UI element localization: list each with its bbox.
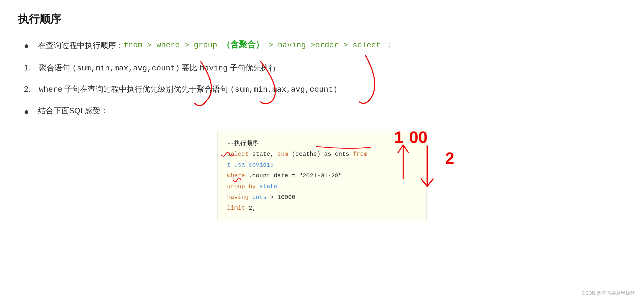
kw-having: having (278, 41, 306, 50)
sql-sum: sum (277, 151, 288, 158)
sql-where: where (227, 172, 245, 179)
sql-comment: --执行顺序 (227, 138, 417, 149)
having-kw: having (200, 64, 228, 73)
sql-line-1: select state, sum (deaths) as cnts from … (227, 149, 417, 170)
semicolon: ； (385, 41, 393, 50)
text-agg: 聚合语句 (39, 63, 70, 72)
bullet-item-1: ● 在查询过程中执行顺序： from > where > group （含聚合）… (24, 39, 626, 53)
sql-line-3: group by state (227, 181, 417, 192)
numbered-1-content: 聚合语句 (sum,min,max,avg,count) 要比 having 子… (39, 62, 276, 75)
agg-funcs-2: (sum,min,max,avg,count) (230, 85, 338, 94)
kw-from: from (124, 41, 142, 50)
sql-select: select (227, 151, 249, 158)
bullet-dot-2: ● (24, 105, 29, 119)
numbered-item-1: 1. 聚合语句 (sum,min,max,avg,count) 要比 havin… (24, 62, 626, 75)
page-title: 执行顺序 (18, 12, 626, 27)
sql-box-wrapper: --执行顺序 select state, sum (deaths) as cnt… (18, 131, 626, 221)
sql-deaths: (deaths) as cnts (292, 151, 353, 158)
arrow-4: > (343, 41, 353, 50)
num-2: 2. (24, 83, 39, 96)
prefix-text: 在查询过程中执行顺序： (38, 39, 124, 52)
agg-funcs: (sum,min,max,avg,count) (72, 64, 180, 73)
sql-from: from (353, 151, 367, 158)
sql-having: having (227, 194, 249, 201)
bullet-dot-1: ● (24, 39, 29, 53)
kw-select: select (353, 41, 381, 50)
numbered-2-content: where 子句在查询过程中执行优先级别优先于聚合语句 (sum,min,max… (39, 83, 338, 96)
num-1: 1. (24, 62, 39, 74)
sql-limit-val: 2; (249, 205, 256, 212)
arrow-1: > (147, 41, 156, 50)
arrow-3: > (268, 41, 278, 50)
numbered-item-2: 2. where 子句在查询过程中执行优先级别优先于聚合语句 (sum,min,… (24, 83, 626, 96)
text-compare: 要比 (182, 63, 197, 72)
sql-col-state: state, (252, 151, 274, 158)
sql-line-4: having cnts > 10000 (227, 192, 417, 203)
sql-table: t_usa_covid19 (227, 161, 274, 168)
kw-order: >order (311, 41, 339, 50)
where-kw-2: where (39, 85, 62, 94)
sql-val: 10000 (277, 194, 295, 201)
svg-text:2: 2 (445, 149, 454, 167)
kw-group-agg: （含聚合） (222, 40, 264, 50)
sql-line-5: limit 2; (227, 203, 417, 214)
order-line: 在查询过程中执行顺序： from > where > group （含聚合） >… (38, 39, 393, 52)
sql-cnts: cnts (252, 194, 267, 201)
kw-where: where (156, 41, 180, 50)
text-end: 子句优先执行 (230, 63, 276, 72)
text-2: 子句在查询过程中执行优先级别优先于聚合语句 (64, 84, 228, 93)
watermark: CSDN @平凉盛夏半核秋 (582, 290, 635, 297)
execution-order: from > where > group （含聚合） > having >ord… (124, 39, 393, 52)
sql-state-col: state (259, 183, 277, 190)
sql-gt: > (270, 194, 277, 201)
arrow-2: > (185, 41, 194, 50)
bullet-item-2: ● 结合下面SQL感受： (24, 105, 626, 119)
kw-group: group (194, 41, 217, 50)
sql-groupby: group by (227, 183, 256, 190)
sql-limit: limit (227, 205, 245, 212)
sql-code-box: --执行顺序 select state, sum (deaths) as cnt… (217, 131, 427, 221)
sql-condition: .count_date = "2021-01-28" (249, 172, 342, 179)
bullet-2-text: 结合下面SQL感受： (38, 105, 108, 117)
sql-line-2: where .count_date = "2021-01-28" (227, 170, 417, 181)
